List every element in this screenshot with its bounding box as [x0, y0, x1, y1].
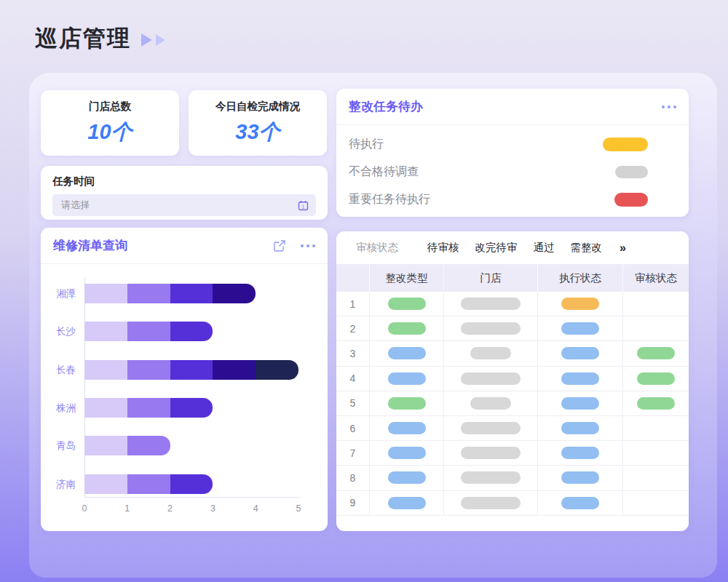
table-row[interactable]: 1 — [336, 292, 689, 316]
status-pill — [561, 397, 599, 410]
status-pill — [561, 372, 599, 385]
bar-segment — [170, 474, 213, 494]
task-time-card: 任务时间 请选择 1 — [41, 166, 328, 220]
bar-segment — [170, 322, 213, 341]
status-pill — [615, 166, 648, 178]
play-icon — [156, 34, 165, 46]
status-pill — [470, 397, 511, 410]
bar-segment — [84, 360, 127, 380]
tab-passed[interactable]: 通过 — [534, 241, 555, 255]
status-pill — [561, 422, 599, 434]
status-pill — [461, 471, 521, 484]
bar-segment — [213, 360, 256, 380]
status-filter-tabs: 审核状态 待审核 改完待审 通过 需整改 » — [336, 231, 689, 264]
status-pill — [461, 322, 521, 335]
x-tick-label: 5 — [290, 503, 307, 514]
status-pill — [388, 447, 426, 459]
calendar-icon[interactable]: 1 — [298, 200, 309, 211]
status-pill — [388, 322, 426, 335]
status-pill — [388, 347, 426, 359]
bar-segment — [127, 436, 170, 455]
stat-value: 33个 — [235, 118, 280, 147]
x-axis-line — [84, 497, 300, 498]
card-title: 维修清单查询 — [53, 237, 127, 254]
svg-text:1: 1 — [302, 204, 305, 209]
bar-segment — [127, 322, 170, 341]
todo-item[interactable]: 重要任务待执行 — [336, 186, 689, 213]
bar-segment — [127, 360, 170, 380]
play-icon — [141, 33, 152, 47]
status-pill — [461, 298, 521, 310]
table-row[interactable]: 2 — [336, 316, 689, 341]
bar-segment — [256, 360, 298, 380]
table-header: 整改类型门店执行状态审核状态 — [336, 264, 689, 292]
ellipsis-icon[interactable] — [301, 244, 315, 247]
x-tick-label: 0 — [76, 503, 93, 514]
column-header: 整改类型 — [369, 264, 443, 292]
status-pill — [614, 193, 648, 207]
bar-segment — [170, 360, 213, 380]
bar-segment — [170, 284, 213, 303]
audit-table-card: 审核状态 待审核 改完待审 通过 需整改 » 整改类型门店执行状态审核状态 12… — [336, 231, 689, 531]
page-title: 巡店管理 — [35, 23, 131, 54]
column-header: 审核状态 — [622, 264, 689, 292]
row-number: 1 — [350, 298, 356, 310]
row-number: 8 — [350, 472, 356, 484]
x-tick-label: 3 — [204, 503, 221, 514]
table-body: 123456789 — [336, 292, 689, 516]
status-pill — [388, 372, 426, 385]
tab-needs-rectify[interactable]: 需整改 — [571, 241, 603, 255]
card-title: 整改任务待办 — [349, 98, 423, 115]
bar-segment — [213, 284, 256, 303]
status-pill — [561, 322, 599, 335]
status-pill — [461, 497, 521, 509]
more-tabs-icon[interactable]: » — [620, 242, 626, 255]
table-row[interactable]: 5 — [336, 391, 689, 416]
category-label: 株洲 — [41, 402, 76, 415]
todo-item[interactable]: 待执行 — [336, 130, 689, 158]
status-pill — [637, 347, 675, 359]
ellipsis-icon[interactable] — [662, 105, 676, 108]
row-number: 9 — [350, 497, 356, 509]
bar-segment — [170, 398, 213, 418]
category-label: 长沙 — [41, 325, 76, 338]
status-pill — [461, 372, 521, 385]
status-pill — [637, 372, 675, 385]
table-row[interactable]: 7 — [336, 441, 689, 466]
status-pill — [388, 422, 426, 434]
category-label: 青岛 — [41, 439, 76, 453]
status-pill — [637, 397, 675, 410]
row-number: 5 — [350, 397, 356, 409]
status-pill — [561, 497, 599, 509]
table-row[interactable]: 6 — [336, 416, 689, 441]
status-pill — [461, 422, 521, 434]
status-pill — [561, 298, 599, 310]
task-time-select[interactable]: 请选择 1 — [52, 194, 316, 216]
todo-item[interactable]: 不合格待调查 — [336, 158, 689, 186]
category-label: 湘潭 — [41, 287, 76, 300]
x-tick-label: 1 — [119, 503, 136, 514]
row-number: 2 — [350, 323, 356, 335]
tab-revised-pending[interactable]: 改完待审 — [475, 241, 518, 255]
bar-segment — [127, 398, 170, 418]
y-axis-line — [84, 277, 85, 497]
bar-segment — [84, 284, 127, 303]
row-number: 6 — [350, 423, 356, 434]
bar-segment — [84, 474, 127, 494]
tab-pending-review[interactable]: 待审核 — [427, 241, 459, 255]
stat-card-self-check: 今日自检完成情况 33个 — [189, 90, 327, 156]
table-row[interactable]: 3 — [336, 341, 689, 366]
row-number: 7 — [350, 447, 356, 459]
category-label: 长春 — [41, 364, 76, 377]
status-pill — [388, 397, 426, 410]
select-placeholder: 请选择 — [61, 199, 90, 212]
column-header: 执行状态 — [537, 264, 622, 292]
stacked-bar-chart: 湘潭长沙长春株洲青岛济南012345 — [41, 266, 328, 527]
share-icon[interactable] — [273, 239, 286, 252]
task-time-label: 任务时间 — [52, 175, 316, 188]
page-header: 巡店管理 — [35, 23, 165, 54]
table-row[interactable]: 4 — [336, 367, 689, 391]
table-row[interactable]: 9 — [336, 491, 689, 516]
status-pill — [388, 471, 426, 484]
table-row[interactable]: 8 — [336, 466, 689, 490]
